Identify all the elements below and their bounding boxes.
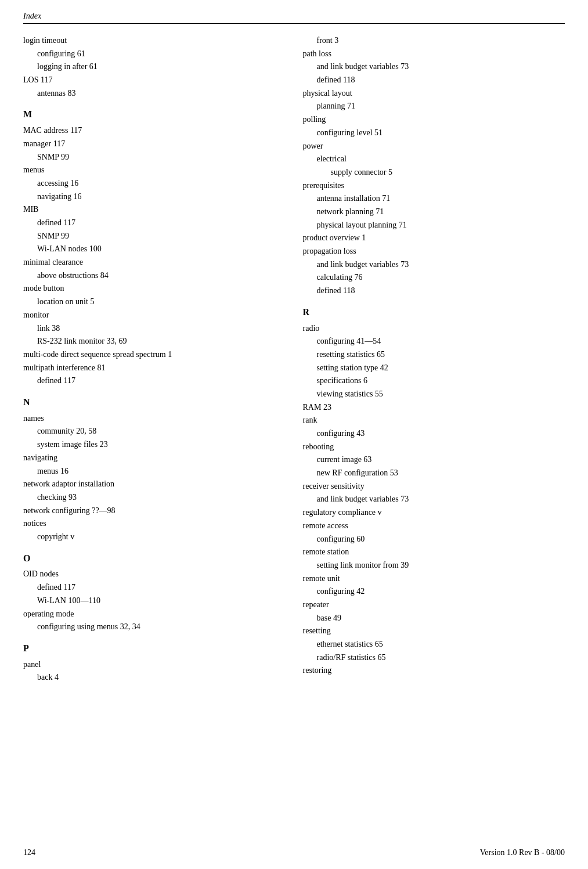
index-entry: and link budget variables 73 xyxy=(303,60,565,73)
index-entry: names xyxy=(23,412,286,425)
index-entry: configuring 42 xyxy=(303,585,565,598)
index-entry: defined 117 xyxy=(23,217,286,229)
index-entry: product overview 1 xyxy=(303,232,565,244)
index-entry: back 4 xyxy=(23,671,286,684)
index-entry: RS-232 link monitor 33, 69 xyxy=(23,335,286,348)
index-entry: OID nodes xyxy=(23,568,286,580)
index-entry: navigating 16 xyxy=(23,190,286,203)
index-entry: radio/RF statistics 65 xyxy=(303,651,565,664)
index-entry: and link budget variables 73 xyxy=(303,258,565,271)
page-header: Index xyxy=(23,12,565,24)
index-entry: remote unit xyxy=(303,572,565,585)
section-letter: M xyxy=(23,107,286,122)
index-entry: navigating xyxy=(23,452,286,464)
index-entry: base 49 xyxy=(303,612,565,625)
index-entry: multi-code direct sequence spread spectr… xyxy=(23,348,286,361)
header-title: Index xyxy=(23,12,41,20)
index-entry: current image 63 xyxy=(303,453,565,466)
index-entry: configuring using menus 32, 34 xyxy=(23,621,286,633)
index-entry: panel xyxy=(23,658,286,671)
index-entry: operating mode xyxy=(23,608,286,621)
index-entry: physical layout xyxy=(303,87,565,100)
content-columns: login timeoutconfiguring 61logging in af… xyxy=(23,34,565,684)
index-entry: prerequisites xyxy=(303,179,565,192)
index-entry: repeater xyxy=(303,598,565,611)
index-entry: radio xyxy=(303,322,565,335)
index-entry: SNMP 99 xyxy=(23,230,286,243)
index-entry: community 20, 58 xyxy=(23,425,286,438)
version: Version 1.0 Rev B - 08/00 xyxy=(480,848,565,857)
index-entry: minimal clearance xyxy=(23,256,286,269)
index-entry: and link budget variables 73 xyxy=(303,493,565,506)
index-entry: remote station xyxy=(303,546,565,558)
index-entry: network configuring ??—98 xyxy=(23,504,286,517)
index-entry: configuring 43 xyxy=(303,427,565,440)
left-column: login timeoutconfiguring 61logging in af… xyxy=(23,34,286,684)
page-number: 124 xyxy=(23,848,35,857)
index-entry: defined 117 xyxy=(23,374,286,387)
index-entry: new RF configuration 53 xyxy=(303,467,565,479)
index-entry: RAM 23 xyxy=(303,401,565,414)
index-entry: SNMP 99 xyxy=(23,151,286,164)
section-letter: O xyxy=(23,551,286,566)
index-entry: monitor xyxy=(23,309,286,322)
right-column: front 3path lossand link budget variable… xyxy=(303,34,565,684)
index-entry: MAC address 117 xyxy=(23,124,286,137)
index-entry: mode button xyxy=(23,282,286,295)
index-entry: multipath interference 81 xyxy=(23,362,286,374)
index-entry: antenna installation 71 xyxy=(303,192,565,205)
index-entry: physical layout planning 71 xyxy=(303,219,565,232)
index-entry: receiver sensitivity xyxy=(303,480,565,493)
index-entry: resetting statistics 65 xyxy=(303,348,565,361)
index-entry: network adaptor installation xyxy=(23,478,286,491)
index-entry: antennas 83 xyxy=(23,87,286,100)
index-entry: logging in after 61 xyxy=(23,60,286,73)
index-entry: login timeout xyxy=(23,34,286,47)
index-entry: LOS 117 xyxy=(23,74,286,86)
index-entry: remote access xyxy=(303,520,565,532)
index-entry: polling xyxy=(303,113,565,126)
index-entry: notices xyxy=(23,517,286,530)
index-entry: specifications 6 xyxy=(303,374,565,387)
index-entry: location on unit 5 xyxy=(23,295,286,308)
index-entry: manager 117 xyxy=(23,138,286,150)
index-entry: propagation loss xyxy=(303,245,565,258)
index-entry: rank xyxy=(303,414,565,427)
index-entry: power xyxy=(303,140,565,153)
index-entry: accessing 16 xyxy=(23,177,286,190)
page-container: Index login timeoutconfiguring 61logging… xyxy=(0,0,588,708)
index-entry: menus xyxy=(23,164,286,176)
index-entry: menus 16 xyxy=(23,465,286,478)
index-entry: copyright v xyxy=(23,531,286,543)
index-entry: Wi-LAN nodes 100 xyxy=(23,243,286,255)
index-entry: path loss xyxy=(303,48,565,60)
index-entry: ethernet statistics 65 xyxy=(303,638,565,651)
section-letter: R xyxy=(303,305,565,320)
index-entry: viewing statistics 55 xyxy=(303,388,565,401)
index-entry: setting link monitor from 39 xyxy=(303,559,565,572)
index-entry: network planning 71 xyxy=(303,205,565,218)
index-entry: restoring xyxy=(303,664,565,677)
index-entry: system image files 23 xyxy=(23,438,286,451)
index-entry: rebooting xyxy=(303,441,565,453)
index-entry: defined 118 xyxy=(303,284,565,297)
index-entry: electrical xyxy=(303,153,565,165)
index-entry: MIB xyxy=(23,203,286,216)
index-entry: configuring 60 xyxy=(303,533,565,546)
index-entry: link 38 xyxy=(23,322,286,335)
index-entry: defined 117 xyxy=(23,581,286,594)
index-entry: supply connector 5 xyxy=(303,166,565,179)
page-footer: 124 Version 1.0 Rev B - 08/00 xyxy=(0,848,588,857)
index-entry: resetting xyxy=(303,625,565,637)
index-entry: setting station type 42 xyxy=(303,362,565,374)
index-entry: configuring level 51 xyxy=(303,127,565,139)
section-letter: N xyxy=(23,395,286,410)
section-letter: P xyxy=(23,641,286,656)
index-entry: configuring 61 xyxy=(23,48,286,60)
index-entry: planning 71 xyxy=(303,100,565,113)
index-entry: regulatory compliance v xyxy=(303,506,565,519)
index-entry: front 3 xyxy=(303,34,565,47)
index-entry: defined 118 xyxy=(303,74,565,86)
index-entry: above obstructions 84 xyxy=(23,269,286,282)
index-entry: calculating 76 xyxy=(303,271,565,284)
